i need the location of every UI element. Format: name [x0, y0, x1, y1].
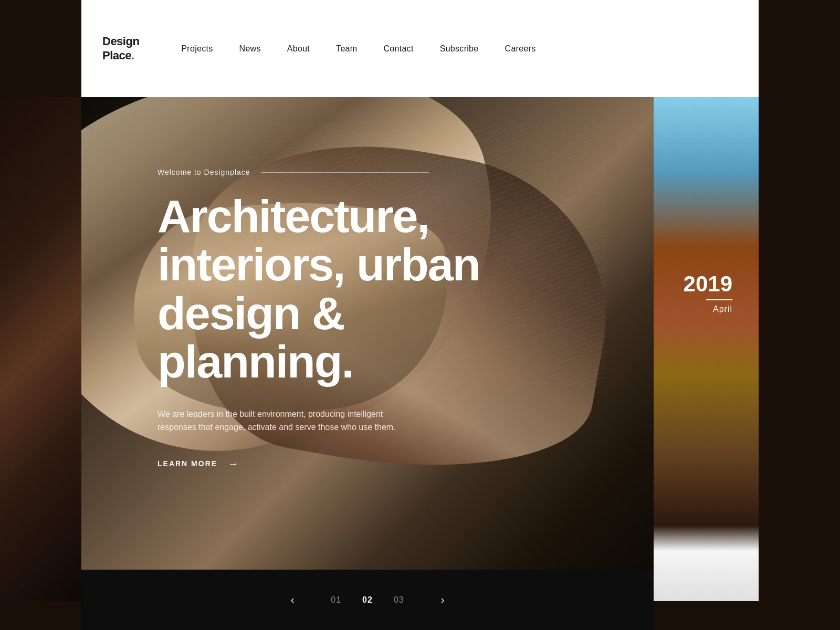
welcome-line [261, 172, 429, 173]
nav-item-contact[interactable]: Contact [383, 44, 413, 54]
nav-item-subscribe[interactable]: Subscribe [440, 44, 479, 54]
nav-link-projects[interactable]: Projects [181, 44, 213, 53]
hero-headline: Architecture, interiors, urban design & … [158, 192, 525, 386]
nav-item-projects[interactable]: Projects [181, 44, 213, 54]
logo-text: Design Place. [102, 35, 139, 62]
navbar: Design Place. Projects News About Team C… [81, 0, 759, 97]
welcome-text: Welcome to Designplace [158, 168, 525, 176]
hero-description: We are leaders in the built environment,… [158, 407, 415, 434]
nav-link-team[interactable]: Team [336, 44, 357, 53]
nav-item-news[interactable]: News [239, 44, 261, 54]
bottom-nav: ‹ 01 02 03 › [81, 570, 654, 630]
next-slide-button[interactable]: › [436, 591, 450, 608]
nav-link-careers[interactable]: Careers [505, 44, 536, 53]
year-month: April [684, 304, 732, 314]
slide-num-01[interactable]: 01 [331, 595, 341, 605]
slide-num-02[interactable]: 02 [362, 595, 373, 605]
logo[interactable]: Design Place. [102, 35, 139, 62]
learn-more-button[interactable]: LEARN MORE → [158, 458, 525, 470]
logo-dot: . [131, 49, 134, 62]
slide-num-03[interactable]: 03 [394, 595, 404, 605]
nav-item-careers[interactable]: Careers [505, 44, 536, 54]
left-strip [0, 97, 81, 601]
year-divider [706, 299, 732, 300]
nav-link-subscribe[interactable]: Subscribe [440, 44, 479, 53]
nav-link-about[interactable]: About [287, 44, 310, 53]
hero-content: Welcome to Designplace Architecture, int… [158, 168, 525, 470]
nav-link-contact[interactable]: Contact [383, 44, 413, 53]
learn-more-arrow-icon: → [228, 458, 239, 470]
nav-link-news[interactable]: News [239, 44, 261, 53]
prev-slide-button[interactable]: ‹ [286, 591, 300, 608]
nav-item-team[interactable]: Team [336, 44, 357, 54]
nav-links: Projects News About Team Contact Subscri… [181, 44, 536, 54]
slide-numbers: 01 02 03 [331, 595, 404, 605]
year-number: 2019 [684, 273, 732, 295]
nav-item-about[interactable]: About [287, 44, 310, 54]
year-indicator: 2019 April [684, 273, 732, 314]
right-strip [654, 97, 759, 601]
